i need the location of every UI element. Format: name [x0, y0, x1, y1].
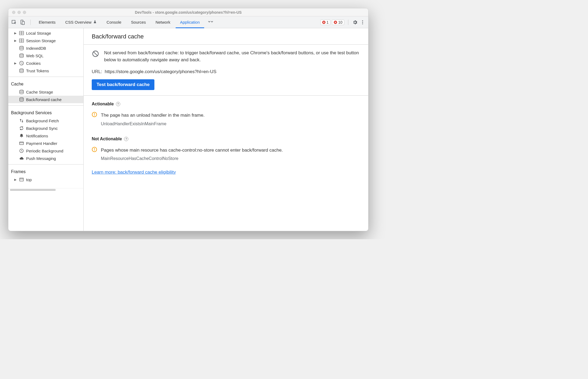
sidebar-heading-frames: Frames [8, 167, 83, 176]
window-title: DevTools - store.google.com/us/category/… [8, 10, 368, 15]
tab-console[interactable]: Console [102, 16, 126, 28]
learn-more-link[interactable]: Learn more: back/forward cache eligibili… [92, 170, 176, 175]
sidebar-item-trust-tokens[interactable]: Trust Tokens [8, 67, 83, 74]
devtools-window: DevTools - store.google.com/us/category/… [8, 8, 369, 231]
sidebar-item-notifications[interactable]: Notifications [8, 132, 83, 140]
tab-network[interactable]: Network [151, 16, 175, 28]
label: Session Storage [26, 38, 56, 43]
tab-application[interactable]: Application [176, 16, 204, 28]
test-bfcache-button[interactable]: Test back/forward cache [92, 79, 154, 90]
frame-icon [19, 177, 24, 182]
error-count-1-value: 1 [327, 20, 329, 24]
separator [8, 77, 83, 77]
sync-icon [19, 126, 24, 131]
panel-heading: Back/forward cache [84, 28, 368, 44]
label: Payment Handler [26, 141, 57, 146]
sidebar-item-periodic[interactable]: Periodic Background [8, 147, 83, 155]
status-text: Not served from back/forward cache: to t… [104, 49, 360, 63]
settings-icon[interactable] [352, 19, 358, 25]
sidebar-item-local-storage[interactable]: ▶ Local Storage [8, 29, 83, 37]
url-row: URL: https://store.google.com/us/categor… [84, 69, 368, 79]
svg-line-30 [94, 52, 97, 56]
panel-tabs: Elements CSS Overview Console Sources Ne… [34, 16, 216, 28]
sidebar-item-cache-storage[interactable]: Cache Storage [8, 88, 83, 96]
help-icon[interactable]: ? [116, 102, 120, 106]
tabs-overflow-icon[interactable] [205, 16, 216, 28]
sidebar-item-cookies[interactable]: ▶ Cookies [8, 59, 83, 67]
error-count-badge-1[interactable]: 1 [320, 20, 331, 25]
label: Back/forward cache [26, 97, 62, 102]
expand-icon: ▶ [14, 31, 17, 35]
main-toolbar: Elements CSS Overview Console Sources Ne… [8, 16, 368, 28]
cloud-icon [19, 156, 24, 161]
warning-icon [92, 147, 97, 152]
svg-point-14 [20, 46, 23, 48]
horizontal-scrollbar[interactable] [8, 188, 83, 191]
inspect-icon[interactable] [11, 19, 17, 25]
sidebar-item-top-frame[interactable]: ▶ top [8, 176, 83, 183]
error-count-2-value: 10 [338, 20, 342, 24]
separator [348, 20, 348, 25]
sidebar-item-indexeddb[interactable]: IndexedDB [8, 44, 83, 52]
not-actionable-issue: Pages whose main resource has cache-cont… [84, 144, 368, 155]
warning-icon [92, 112, 97, 117]
sidebar-item-session-storage[interactable]: ▶ Session Storage [8, 37, 83, 44]
svg-point-18 [22, 63, 22, 63]
svg-point-21 [20, 69, 23, 70]
device-toggle-icon[interactable] [20, 19, 26, 25]
tab-sources[interactable]: Sources [127, 16, 150, 28]
actionable-label: Actionable [92, 102, 114, 106]
not-actionable-issue-code: MainResourceHasCacheControlNoStore [84, 155, 368, 163]
help-icon[interactable]: ? [124, 137, 128, 141]
svg-point-20 [22, 64, 23, 64]
tab-css-overview-label: CSS Overview [65, 16, 92, 28]
svg-point-5 [362, 23, 363, 24]
expand-icon: ▶ [14, 178, 17, 181]
sidebar-item-bg-fetch[interactable]: Background Fetch [8, 117, 83, 124]
database-icon [19, 53, 24, 58]
more-icon[interactable] [360, 19, 366, 25]
label: Periodic Background [26, 149, 63, 153]
application-sidebar: ▶ Local Storage ▶ Session Storage Indexe… [8, 28, 84, 231]
sidebar-item-bg-sync[interactable]: Background Sync [8, 124, 83, 132]
svg-point-16 [20, 61, 24, 65]
svg-point-17 [21, 62, 21, 63]
separator [30, 20, 31, 25]
not-actionable-heading: Not Actionable ? [84, 128, 368, 144]
actionable-issue-code: UnloadHandlerExistsInMainFrame [84, 120, 368, 128]
svg-point-4 [362, 22, 363, 23]
svg-point-19 [21, 63, 22, 64]
label: Background Sync [26, 126, 58, 131]
sidebar-heading-cache: Cache [8, 79, 83, 88]
tab-css-overview[interactable]: CSS Overview [61, 16, 101, 28]
error-count-badge-2[interactable]: 10 [332, 20, 344, 25]
sidebar-item-payment[interactable]: Payment Handler [8, 140, 83, 147]
not-actionable-label: Not Actionable [92, 137, 122, 141]
label: top [26, 177, 32, 182]
status-banner: Not served from back/forward cache: to t… [84, 45, 368, 69]
svg-point-3 [362, 20, 363, 21]
cookie-icon [19, 61, 24, 66]
clock-icon [19, 148, 24, 153]
svg-rect-24 [20, 142, 24, 145]
sidebar-item-push[interactable]: Push Messaging [8, 155, 83, 162]
label: Cookies [26, 61, 41, 66]
label: Cache Storage [26, 90, 53, 94]
url-label: URL: [92, 69, 102, 74]
expand-icon: ▶ [14, 39, 17, 42]
sidebar-item-bfcache[interactable]: Back/forward cache [8, 96, 83, 103]
card-icon [19, 141, 24, 146]
tab-elements[interactable]: Elements [34, 16, 60, 28]
sidebar-item-websql[interactable]: Web SQL [8, 52, 83, 59]
database-icon [19, 97, 24, 102]
database-icon [19, 46, 24, 51]
separator [8, 105, 83, 106]
actionable-issue-text: The page has an unload handler in the ma… [101, 112, 205, 119]
svg-rect-35 [94, 148, 95, 150]
svg-point-15 [20, 54, 23, 55]
svg-rect-2 [22, 21, 24, 24]
svg-rect-36 [94, 150, 95, 151]
transfer-icon [19, 118, 24, 123]
prohibited-icon [92, 50, 99, 58]
label: IndexedDB [26, 46, 46, 51]
